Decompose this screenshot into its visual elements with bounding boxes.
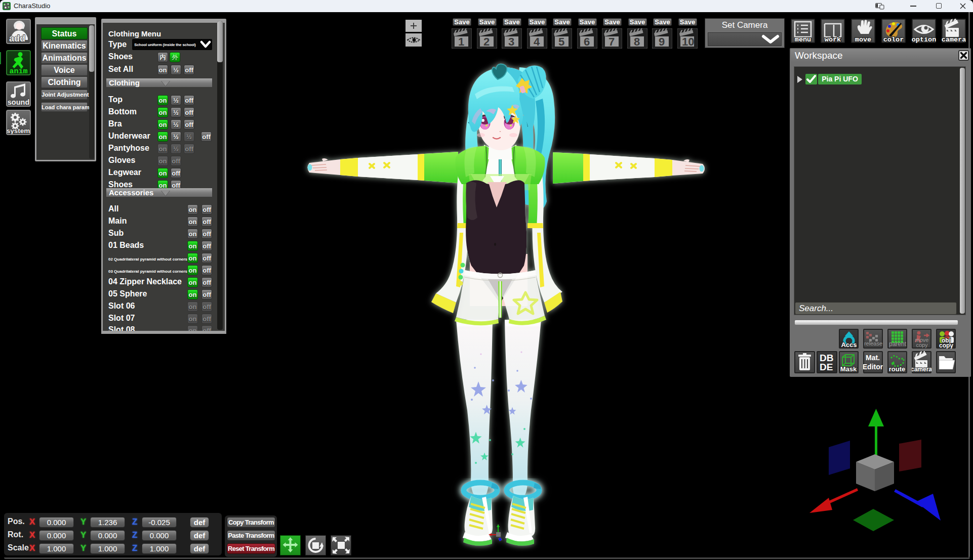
svg-text:5: 5 (558, 35, 564, 48)
svg-text:9: 9 (659, 35, 665, 48)
svg-text:10: 10 (682, 35, 694, 48)
svg-text:work: work (825, 36, 841, 43)
svg-text:copy: copy (916, 342, 928, 348)
svg-text:6: 6 (584, 35, 590, 48)
svg-text:Mat.: Mat. (866, 354, 880, 362)
svg-text:parent: parent (889, 340, 907, 348)
svg-text:color: color (883, 36, 904, 43)
svg-text:Mask: Mask (840, 365, 857, 373)
svg-text:move: move (855, 36, 871, 43)
svg-text:1: 1 (458, 35, 464, 48)
svg-text:route: route (889, 365, 906, 373)
svg-text:Editor: Editor (863, 363, 883, 371)
svg-text:release: release (864, 340, 882, 347)
svg-text:anim: anim (9, 67, 27, 74)
svg-text:menu: menu (795, 36, 811, 43)
svg-text:3: 3 (508, 35, 514, 48)
svg-text:DE: DE (820, 362, 833, 372)
svg-text:add: add (9, 33, 25, 43)
svg-text:sound: sound (8, 98, 30, 106)
svg-text:7: 7 (609, 35, 615, 48)
svg-text:Accs: Accs (841, 341, 857, 349)
svg-text:camera: camera (942, 36, 966, 43)
svg-text:camera: camera (912, 366, 931, 373)
svg-text:option: option (912, 36, 936, 43)
svg-text:4: 4 (534, 35, 540, 48)
svg-text:8: 8 (634, 35, 640, 48)
svg-text:2: 2 (483, 35, 490, 48)
svg-text:copy: copy (939, 342, 953, 349)
svg-text:system: system (7, 127, 30, 134)
